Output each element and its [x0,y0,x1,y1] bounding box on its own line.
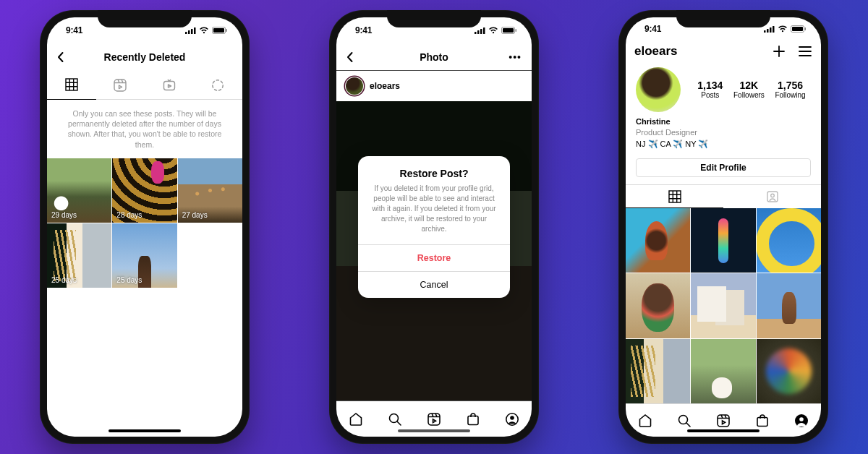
svg-rect-7 [66,79,77,90]
wifi-icon [199,27,209,34]
svg-rect-31 [767,192,778,202]
modal-title: Restore Post? [358,156,510,184]
feed-thumbnail[interactable] [757,208,821,273]
bio-title: Product Designer [636,127,811,138]
svg-rect-1 [188,30,190,34]
stat-posts[interactable]: 1,134 Posts [697,80,723,99]
story-ring-icon [211,79,224,92]
modal-body: If you deleted it from your profile grid… [358,184,510,244]
home-indicator [109,429,181,432]
profile-header: eloears [626,41,821,61]
svg-rect-8 [114,80,126,91]
stat-posts-count: 1,134 [697,80,723,91]
notice-text: Only you can see these posts. They will … [47,100,242,158]
cancel-button[interactable]: Cancel [358,271,510,298]
feed-thumbnail[interactable] [691,339,755,403]
svg-rect-5 [213,28,224,33]
svg-rect-6 [226,29,228,32]
nav-search-icon[interactable] [677,414,692,428]
svg-point-32 [770,194,774,197]
stat-followers-count: 12K [733,80,765,91]
restore-button[interactable]: Restore [358,244,510,271]
new-post-button[interactable] [772,44,786,59]
stat-following-count: 1,756 [775,80,805,91]
menu-button[interactable] [798,46,812,57]
days-remaining: 27 days [182,211,208,219]
deleted-thumbnail[interactable]: 25 days [112,223,176,288]
notch [98,10,192,27]
stat-following[interactable]: 1,756 Following [775,80,805,99]
grid-icon [65,78,78,91]
days-remaining: 28 days [116,211,142,219]
svg-rect-35 [757,417,767,426]
notch [387,10,481,27]
days-remaining: 25 days [116,276,142,284]
deleted-thumbnail[interactable]: 25 days [47,223,111,288]
cellular-icon [185,27,196,34]
svg-rect-25 [770,27,772,33]
deleted-thumbnail[interactable]: 29 days [47,158,111,223]
nav-profile-icon[interactable] [794,414,809,428]
back-button[interactable] [54,51,67,64]
svg-rect-2 [191,29,193,34]
tab-igtv[interactable] [145,71,194,99]
home-indicator [687,429,760,432]
wifi-icon [778,25,788,33]
notch [676,10,770,27]
feed-grid [626,208,821,403]
profile-tabs [626,184,821,208]
stat-followers[interactable]: 12K Followers [733,80,765,99]
page-title: Recently Deleted [104,51,186,63]
feed-thumbnail[interactable] [691,208,755,273]
bio-name: Christine [636,116,811,127]
deleted-thumbnail[interactable]: 27 days [178,158,242,223]
bio: Christine Product Designer NJ ✈️ CA ✈️ N… [626,116,821,155]
feed-thumbnail[interactable] [757,339,821,403]
edit-profile-button[interactable]: Edit Profile [636,158,811,177]
tab-reels[interactable] [96,71,145,99]
stat-followers-label: Followers [733,91,765,99]
feed-thumbnail[interactable] [626,208,690,273]
deleted-grid: 29 days 28 days 27 days 25 days 25 days [47,158,242,288]
phone-recently-deleted: 9:41 Recently Deleted Only you can see t… [40,10,250,444]
days-remaining: 25 days [51,276,77,284]
nav-reels-icon[interactable] [716,414,731,428]
grid-icon [668,190,681,203]
svg-rect-24 [767,29,769,33]
svg-rect-3 [194,27,196,34]
battery-icon [791,25,807,33]
phone-restore-dialog: 9:41 Photo ••• eloears [329,10,539,444]
feed-thumbnail[interactable] [626,339,690,403]
svg-rect-29 [805,27,807,30]
bio-location: NJ ✈️ CA ✈️ NY ✈️ [636,139,811,150]
nav-home-icon[interactable] [638,414,652,428]
nav-shop-icon[interactable] [755,414,770,428]
stat-posts-label: Posts [697,91,723,99]
avatar[interactable] [636,67,681,112]
svg-rect-26 [773,26,775,33]
profile-username[interactable]: eloears [634,44,765,59]
reels-icon [114,79,127,92]
media-type-tabs [47,71,242,100]
deleted-thumbnail[interactable]: 28 days [112,158,176,223]
svg-rect-30 [669,191,681,202]
svg-point-37 [799,417,804,421]
status-time: 9:41 [644,24,661,34]
tab-posts-grid[interactable] [626,185,723,208]
svg-rect-23 [764,30,766,33]
restore-modal: Restore Post? If you deleted it from you… [358,156,510,298]
igtv-icon [163,79,176,92]
feed-thumbnail[interactable] [691,273,755,338]
tab-tagged[interactable] [723,185,821,208]
feed-thumbnail[interactable] [626,273,690,338]
svg-rect-28 [792,27,803,31]
feed-thumbnail[interactable] [757,273,821,338]
profile-summary: 1,134 Posts 12K Followers 1,756 Followin… [626,61,821,116]
tab-stories[interactable] [194,71,243,99]
restore-modal-overlay: Restore Post? If you deleted it from you… [336,17,532,437]
svg-point-10 [213,80,223,90]
svg-rect-0 [185,32,187,34]
days-remaining: 29 days [51,211,77,219]
battery-icon [212,27,228,34]
tab-grid[interactable] [47,71,96,100]
